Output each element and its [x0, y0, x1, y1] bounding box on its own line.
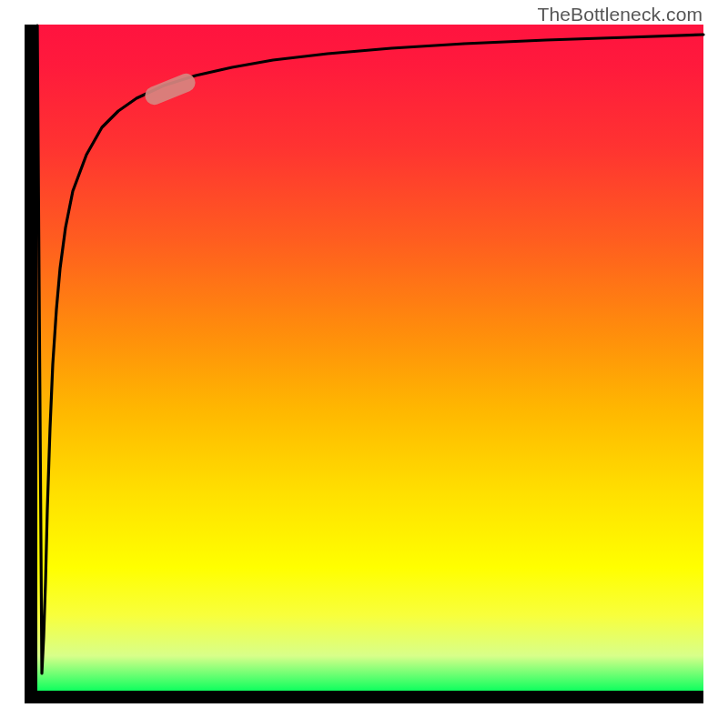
- y-axis: [25, 25, 37, 703]
- plot-gradient-background: [25, 25, 703, 703]
- watermark-text: TheBottleneck.com: [538, 4, 703, 25]
- x-axis: [25, 691, 703, 703]
- chart-container: TheBottleneck.com: [0, 0, 728, 728]
